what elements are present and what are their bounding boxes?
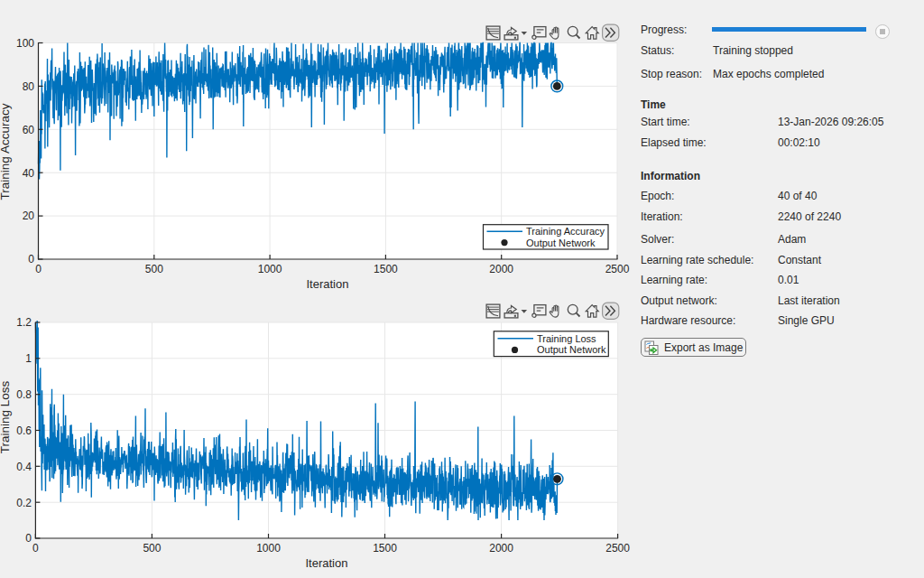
svg-text:0: 0 <box>25 532 32 545</box>
svg-text:Output Network: Output Network <box>526 238 596 248</box>
svg-text:Training Loss: Training Loss <box>537 333 596 344</box>
svg-text:1500: 1500 <box>373 542 397 555</box>
svg-text:Iteration: Iteration <box>306 556 348 570</box>
svg-text:500: 500 <box>143 542 161 555</box>
svg-text:0.6: 0.6 <box>16 424 32 437</box>
svg-text:Output Network: Output Network <box>537 344 606 355</box>
svg-text:Iteration: Iteration <box>307 277 349 291</box>
svg-text:0: 0 <box>28 253 34 266</box>
svg-text:0.2: 0.2 <box>16 497 32 509</box>
svg-text:40: 40 <box>23 167 35 180</box>
svg-text:20: 20 <box>23 210 35 222</box>
svg-text:80: 80 <box>23 80 35 93</box>
svg-text:2000: 2000 <box>489 542 513 555</box>
svg-text:2000: 2000 <box>489 263 513 275</box>
svg-text:1000: 1000 <box>256 542 281 555</box>
svg-text:1.2: 1.2 <box>16 316 32 329</box>
svg-text:1000: 1000 <box>258 263 282 275</box>
svg-text:500: 500 <box>145 263 163 275</box>
svg-text:Training Accuracy: Training Accuracy <box>0 103 12 200</box>
svg-text:0: 0 <box>32 542 39 555</box>
svg-text:Training Accuracy: Training Accuracy <box>526 226 605 237</box>
svg-text:100: 100 <box>16 37 34 50</box>
svg-text:0.8: 0.8 <box>16 388 32 401</box>
svg-text:2500: 2500 <box>605 263 630 275</box>
svg-text:1500: 1500 <box>374 263 398 275</box>
svg-text:Training Loss: Training Loss <box>0 380 12 453</box>
svg-text:0: 0 <box>35 263 42 275</box>
svg-text:0.4: 0.4 <box>16 461 32 473</box>
svg-text:1: 1 <box>25 352 32 365</box>
svg-text:60: 60 <box>23 124 35 136</box>
svg-text:2500: 2500 <box>605 542 630 555</box>
